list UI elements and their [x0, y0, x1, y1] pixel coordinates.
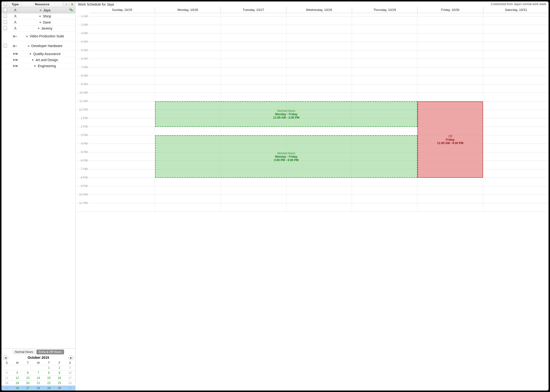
calendar-day[interactable]: 27 [23, 385, 33, 391]
time-cell[interactable] [417, 16, 483, 25]
time-cell[interactable] [483, 118, 549, 127]
time-cell[interactable] [90, 25, 155, 33]
time-cell[interactable] [417, 84, 483, 93]
resource-row[interactable]: Dave [1, 19, 75, 25]
time-cell[interactable] [221, 76, 286, 84]
time-cell[interactable] [286, 178, 352, 186]
time-cell[interactable] [352, 203, 417, 212]
time-cell[interactable] [483, 25, 549, 33]
time-cell[interactable] [90, 76, 155, 84]
resource-row[interactable]: Shinji [1, 13, 75, 19]
calendar-day[interactable]: 12 [12, 375, 22, 380]
time-cell[interactable] [417, 76, 483, 84]
calendar-day[interactable]: 31 [65, 385, 75, 391]
resource-row[interactable]: Jaya [1, 7, 75, 13]
time-cell[interactable] [483, 203, 549, 212]
time-cell[interactable] [352, 25, 417, 33]
calendar-day[interactable]: 29 [44, 385, 54, 391]
time-cell[interactable] [352, 186, 417, 195]
time-cell[interactable] [90, 84, 155, 93]
expand-triangle-icon[interactable] [34, 65, 36, 67]
time-cell[interactable] [90, 42, 155, 50]
time-cell[interactable] [352, 16, 417, 25]
time-cell[interactable] [286, 50, 352, 59]
time-cell[interactable] [417, 33, 483, 42]
time-cell[interactable] [155, 33, 221, 42]
calendar-day[interactable]: 20 [23, 380, 33, 385]
time-cell[interactable] [221, 186, 286, 195]
resource-row[interactable]: Developer Hardware [1, 41, 75, 51]
day-column-header[interactable]: Wednesday, 10/28 [286, 7, 352, 13]
time-cell[interactable] [155, 178, 221, 186]
calendar-day[interactable]: 7 [33, 370, 43, 375]
time-cell[interactable] [417, 50, 483, 59]
time-cell[interactable] [352, 178, 417, 186]
calendar-day[interactable]: 21 [33, 380, 43, 385]
time-cell[interactable] [221, 33, 286, 42]
time-cell[interactable] [155, 50, 221, 59]
time-cell[interactable] [286, 16, 352, 25]
expand-triangle-icon[interactable] [32, 59, 34, 61]
time-cell[interactable] [352, 84, 417, 93]
time-cell[interactable] [417, 178, 483, 186]
header-resource-col[interactable]: Resource [21, 1, 63, 7]
time-cell[interactable] [155, 67, 221, 76]
calendar-day[interactable]: 10 [65, 370, 75, 375]
time-cell[interactable] [155, 59, 221, 67]
time-cell[interactable] [155, 93, 221, 101]
time-cell[interactable] [286, 195, 352, 203]
time-cell[interactable] [483, 67, 549, 76]
prev-month-button[interactable]: ◀ [3, 355, 8, 360]
calendar-day[interactable] [1, 365, 12, 370]
time-cell[interactable] [483, 110, 549, 118]
collapse-all-button[interactable]: ≡ [64, 3, 69, 6]
time-cell[interactable] [221, 195, 286, 203]
calendar-day[interactable]: 9 [54, 370, 65, 375]
time-cell[interactable] [286, 84, 352, 93]
time-cell[interactable] [483, 195, 549, 203]
time-cell[interactable] [221, 25, 286, 33]
time-cell[interactable] [155, 25, 221, 33]
resource-row[interactable]: Quality Assurance [1, 51, 75, 57]
time-cell[interactable] [155, 84, 221, 93]
time-cell[interactable] [90, 203, 155, 212]
time-cell[interactable] [286, 59, 352, 67]
time-cell[interactable] [417, 67, 483, 76]
time-cell[interactable] [483, 33, 549, 42]
calendar-day[interactable]: 19 [12, 380, 22, 385]
time-cell[interactable] [90, 50, 155, 59]
time-cell[interactable] [483, 135, 549, 144]
time-cell[interactable] [286, 33, 352, 42]
time-cell[interactable] [90, 135, 155, 144]
calendar-day[interactable]: 2 [54, 365, 65, 370]
hour-row[interactable]: 10 PM [75, 195, 549, 203]
time-cell[interactable] [352, 50, 417, 59]
normal-hours-block[interactable]: Normal HoursMonday - Friday3:00 PM - 8:0… [155, 135, 417, 178]
off-hours-block[interactable]: OffFriday11:00 AM - 8:00 PM [417, 101, 483, 178]
calendar-day[interactable]: 28 [33, 385, 43, 391]
header-type-col[interactable]: Type [9, 1, 21, 7]
time-cell[interactable] [155, 127, 221, 135]
time-cell[interactable] [90, 152, 155, 161]
time-cell[interactable] [90, 101, 155, 110]
time-cell[interactable] [90, 59, 155, 67]
time-cell[interactable] [483, 42, 549, 50]
time-cell[interactable] [90, 67, 155, 76]
time-cell[interactable] [221, 67, 286, 76]
time-cell[interactable] [155, 186, 221, 195]
normal-hours-block[interactable]: Normal HoursMonday - Friday11:00 AM - 2:… [155, 101, 417, 127]
time-cell[interactable] [286, 203, 352, 212]
time-cell[interactable] [221, 16, 286, 25]
hour-row[interactable]: 11 PM [75, 203, 549, 212]
time-cell[interactable] [483, 127, 549, 135]
time-cell[interactable] [483, 76, 549, 84]
time-cell[interactable] [483, 84, 549, 93]
calendar-day[interactable] [33, 365, 43, 370]
time-cell[interactable] [352, 195, 417, 203]
time-cell[interactable] [221, 84, 286, 93]
time-cell[interactable] [155, 76, 221, 84]
hour-row[interactable]: 3 AM [75, 33, 549, 42]
hour-row[interactable]: 7 AM [75, 67, 549, 76]
time-cell[interactable] [221, 50, 286, 59]
day-column-header[interactable]: Saturday, 10/31 [483, 7, 549, 13]
